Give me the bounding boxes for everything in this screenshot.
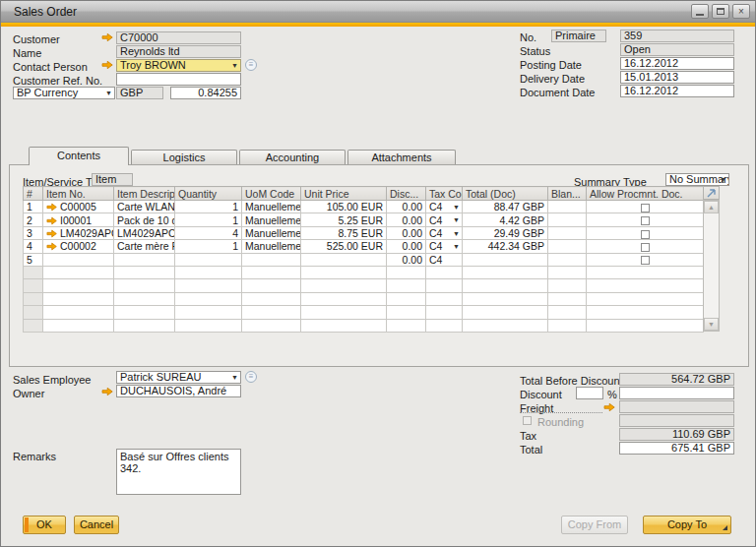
cell-unit-price[interactable]: 5.25 EUR	[301, 213, 387, 226]
cell-item-description[interactable]	[114, 306, 175, 319]
chevron-down-icon[interactable]: ▼	[453, 243, 460, 250]
col-total-doc[interactable]: Total (Doc)	[463, 187, 548, 201]
chevron-down-icon[interactable]: ▼	[453, 204, 460, 211]
cell-discount[interactable]: 0.00	[387, 240, 426, 253]
cell-discount[interactable]: 0.00	[387, 213, 426, 226]
cell-item-no[interactable]	[43, 292, 114, 305]
cell-quantity[interactable]	[175, 279, 242, 292]
cell-item-no[interactable]: LM4029APCD	[43, 226, 114, 239]
cell-total-doc[interactable]	[463, 292, 548, 305]
cell-tax-code[interactable]	[426, 266, 463, 278]
cell-discount[interactable]: 0.00	[387, 226, 426, 239]
cell-total-doc[interactable]	[463, 266, 548, 278]
cell-blanket[interactable]	[548, 253, 587, 266]
tab-logistics[interactable]: Logistics	[131, 150, 237, 164]
series-field[interactable]: Primaire	[551, 30, 606, 42]
maximize-button[interactable]	[712, 4, 729, 19]
cell-quantity[interactable]: 4	[175, 226, 242, 239]
discount-amount-field[interactable]	[619, 387, 734, 399]
cell-tax-code[interactable]: C4▼	[426, 213, 463, 226]
cell-unit-price[interactable]	[301, 292, 387, 305]
chevron-down-icon[interactable]: ▼	[231, 374, 238, 382]
chevron-down-icon[interactable]: ▼	[453, 230, 460, 237]
cell-item-description[interactable]	[114, 279, 175, 292]
col-item-no[interactable]: Item No.	[43, 187, 114, 201]
scroll-down-button[interactable]: ▼	[704, 318, 719, 331]
cell-uom-code[interactable]	[242, 292, 301, 305]
discount-percent-input[interactable]	[576, 387, 603, 399]
link-arrow-icon[interactable]	[46, 229, 58, 238]
cell-item-description[interactable]: Carte mère P4 Tu	[114, 240, 175, 253]
list-circle-icon[interactable]: ≡	[245, 59, 257, 71]
cell-tax-code[interactable]	[426, 292, 463, 305]
cell-total-doc[interactable]	[463, 253, 548, 266]
cancel-button[interactable]: Cancel	[74, 516, 119, 534]
cell-item-description[interactable]: LM4029APCD Le	[114, 226, 175, 239]
contact-person-dropdown[interactable]: Troy BROWN ▼	[116, 59, 241, 72]
allow-procmnt-checkbox[interactable]	[641, 216, 650, 225]
cell-uom-code[interactable]: Manuellement	[242, 201, 301, 213]
col-row-number[interactable]: #	[24, 187, 43, 201]
cell-uom-code[interactable]	[242, 319, 301, 332]
cell-tax-code[interactable]: C4▼	[426, 201, 463, 213]
col-unit-price[interactable]: Unit Price	[301, 187, 387, 201]
cell-tax-code[interactable]	[426, 306, 463, 319]
copy-from-button[interactable]: Copy From	[561, 516, 628, 534]
col-quantity[interactable]: Quantity	[175, 187, 242, 201]
cell-quantity[interactable]	[175, 292, 242, 305]
copy-to-button[interactable]: Copy To	[643, 516, 731, 534]
item-service-type-field[interactable]: Item	[92, 173, 133, 186]
cell-allow-procmnt[interactable]	[587, 279, 704, 292]
link-arrow-icon[interactable]	[101, 32, 114, 42]
cell-uom-code[interactable]: Manuellement	[242, 226, 301, 239]
cell-discount[interactable]	[387, 319, 426, 332]
cell-tax-code[interactable]: C4▼	[426, 240, 463, 253]
cell-total-doc[interactable]	[463, 279, 548, 292]
cell-item-no[interactable]: I00001	[43, 213, 114, 226]
cell-blanket[interactable]	[548, 201, 587, 213]
cell-row-number[interactable]	[24, 279, 43, 292]
cell-item-no[interactable]	[43, 279, 114, 292]
owner-field[interactable]: DUCHAUSOIS, André	[116, 385, 241, 397]
cell-discount[interactable]	[387, 292, 426, 305]
cell-item-description[interactable]	[114, 292, 175, 305]
cell-row-number[interactable]	[24, 266, 43, 278]
cell-allow-procmnt[interactable]	[587, 292, 704, 305]
cell-item-no[interactable]	[43, 306, 114, 319]
bp-currency-dropdown[interactable]: BP Currency ▼	[13, 87, 115, 99]
allow-procmnt-checkbox[interactable]	[641, 230, 650, 239]
cell-total-doc[interactable]: 88.47 GBP	[463, 201, 548, 213]
posting-date-field[interactable]: 16.12.2012	[620, 57, 734, 70]
cell-unit-price[interactable]: 105.00 EUR	[301, 201, 387, 213]
tab-attachments[interactable]: Attachments	[347, 150, 456, 164]
cell-discount[interactable]	[387, 266, 426, 278]
cell-uom-code[interactable]	[242, 253, 301, 266]
chevron-down-icon[interactable]: ▼	[720, 176, 726, 184]
cell-quantity[interactable]	[175, 319, 242, 332]
cell-allow-procmnt[interactable]	[587, 319, 704, 332]
cell-allow-procmnt[interactable]	[587, 240, 704, 253]
cell-uom-code[interactable]	[242, 266, 301, 278]
delivery-date-field[interactable]: 15.01.2013	[620, 71, 734, 84]
col-blanket[interactable]: Blan...	[548, 187, 587, 201]
minimize-button[interactable]	[691, 4, 709, 19]
col-uom-code[interactable]: UoM Code	[242, 187, 301, 201]
scroll-up-button[interactable]: ▲	[704, 201, 719, 213]
cell-allow-procmnt[interactable]	[587, 266, 704, 278]
link-arrow-icon[interactable]	[101, 60, 114, 70]
cell-uom-code[interactable]	[242, 279, 301, 292]
cell-discount[interactable]: 0.00	[387, 201, 426, 213]
cell-blanket[interactable]	[548, 226, 587, 239]
cell-uom-code[interactable]	[242, 306, 301, 319]
cell-item-no[interactable]	[43, 319, 114, 332]
cell-total-doc[interactable]: 29.49 GBP	[463, 226, 548, 239]
cell-row-number[interactable]: 4	[24, 240, 43, 253]
cell-row-number[interactable]	[24, 292, 43, 305]
link-arrow-icon[interactable]	[101, 387, 114, 396]
cell-unit-price[interactable]	[301, 266, 387, 278]
cell-unit-price[interactable]	[301, 253, 387, 266]
expand-grid-button[interactable]	[703, 186, 720, 200]
cell-allow-procmnt[interactable]	[587, 213, 704, 226]
table-scrollbar[interactable]: ▲ ▼	[703, 200, 720, 332]
cell-item-description[interactable]: Carte WLAN	[114, 201, 175, 213]
